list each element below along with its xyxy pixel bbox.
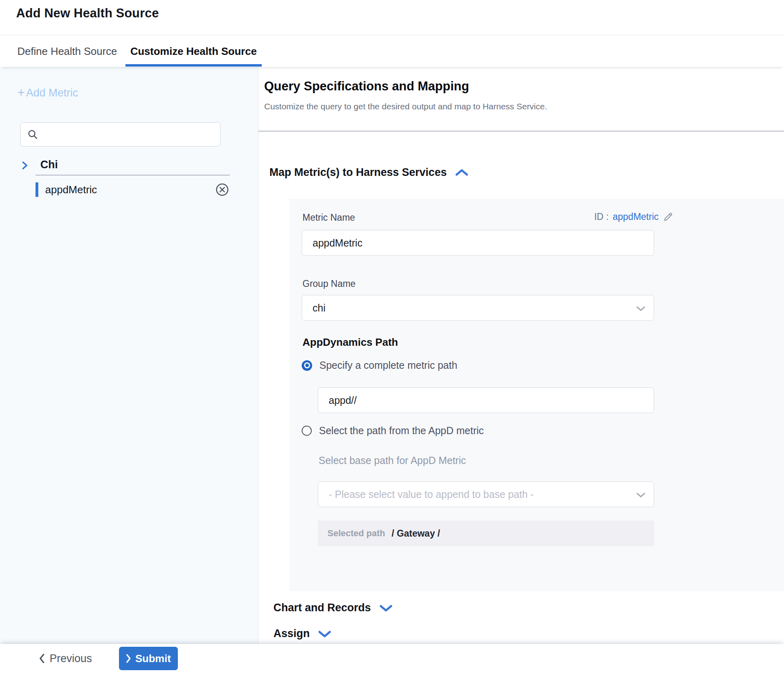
page-title: Query Specifications and Mapping xyxy=(264,79,469,94)
tab-bar: Define Health Source Customize Health So… xyxy=(0,36,784,67)
divider xyxy=(259,131,784,132)
selected-path-label: Selected path xyxy=(327,528,385,539)
id-prefix-label: ID : xyxy=(594,211,609,222)
metric-path-input[interactable] xyxy=(318,387,654,413)
remove-circle-icon xyxy=(215,182,229,197)
metric-group-row[interactable]: Chi xyxy=(0,158,258,173)
footer-bar: Previous Submit xyxy=(0,644,784,673)
chevron-down-icon xyxy=(379,604,393,612)
tab-define-health-source[interactable]: Define Health Source xyxy=(13,36,122,67)
chevron-right-icon xyxy=(21,161,28,170)
base-path-select[interactable]: - Please select value to append to base … xyxy=(318,481,654,507)
chevron-up-icon xyxy=(455,169,469,177)
previous-button-label: Previous xyxy=(50,652,92,665)
previous-button[interactable]: Previous xyxy=(39,649,92,668)
radio-selected-icon xyxy=(302,360,312,371)
assign-title: Assign xyxy=(273,627,310,640)
pencil-icon xyxy=(663,211,673,222)
radio-select-appd-path-label: Select the path from the AppD metric xyxy=(319,425,484,437)
map-metrics-form-panel: Metric Name ID : appdMetric Group Name c… xyxy=(290,199,784,591)
query-spec-panel: Query Specifications and Mapping Customi… xyxy=(259,67,784,644)
metric-search-box xyxy=(20,122,221,146)
metrics-sidebar: + Add Metric Chi appdMetric xyxy=(0,67,259,644)
metric-group-label: Chi xyxy=(40,159,58,171)
search-input[interactable] xyxy=(42,124,216,144)
add-metric-button[interactable]: + Add Metric xyxy=(17,86,78,99)
dialog-body: + Add Metric Chi appdMetric xyxy=(0,67,784,644)
base-path-placeholder: - Please select value to append to base … xyxy=(329,489,534,500)
chart-and-records-title: Chart and Records xyxy=(273,602,371,614)
base-path-label: Select base path for AppD Metric xyxy=(319,455,466,466)
metric-name-input[interactable] xyxy=(302,230,654,256)
chevron-left-icon xyxy=(39,653,45,664)
delete-metric-button[interactable] xyxy=(215,182,229,197)
map-metrics-section-title: Map Metric(s) to Harness Services xyxy=(269,166,447,179)
chevron-down-icon xyxy=(636,306,646,311)
selected-path-value: / Gateway / xyxy=(392,528,440,539)
tree-divider xyxy=(35,175,230,176)
radio-select-appd-path[interactable]: Select the path from the AppD metric xyxy=(302,425,484,437)
metric-id-block: ID : appdMetric xyxy=(594,211,673,222)
submit-button[interactable]: Submit xyxy=(119,647,178,670)
group-name-select[interactable]: chi xyxy=(302,295,654,321)
assign-section-header[interactable]: Assign xyxy=(273,627,332,640)
tab-customize-health-source[interactable]: Customize Health Source xyxy=(125,36,262,67)
submit-button-label: Submit xyxy=(135,652,171,665)
selected-indicator-bar xyxy=(35,182,38,197)
search-icon xyxy=(27,129,38,140)
chart-and-records-section-header[interactable]: Chart and Records xyxy=(273,602,393,614)
selected-path-bar: Selected path / Gateway / xyxy=(318,520,654,546)
radio-complete-metric-path-label: Specify a complete metric path xyxy=(319,359,457,371)
metric-list-item[interactable]: appdMetric xyxy=(0,182,258,197)
appdynamics-path-title: AppDynamics Path xyxy=(302,336,398,349)
chevron-down-icon xyxy=(636,492,646,498)
metric-item-label: appdMetric xyxy=(45,184,97,196)
radio-complete-metric-path[interactable]: Specify a complete metric path xyxy=(302,359,457,371)
add-metric-label: Add Metric xyxy=(26,87,78,99)
map-metrics-section-header[interactable]: Map Metric(s) to Harness Services xyxy=(269,166,469,179)
dialog-header: Add New Health Source xyxy=(0,0,784,35)
radio-unselected-icon xyxy=(302,426,312,436)
group-name-value: chi xyxy=(313,302,325,314)
chevron-right-icon xyxy=(126,654,131,663)
metric-name-label: Metric Name xyxy=(302,212,355,223)
dialog-title: Add New Health Source xyxy=(16,6,159,21)
plus-icon: + xyxy=(17,86,25,99)
chevron-down-icon xyxy=(318,630,332,638)
page-subtitle: Customize the query to get the desired o… xyxy=(264,102,547,111)
id-value-link[interactable]: appdMetric xyxy=(613,211,659,222)
group-name-label: Group Name xyxy=(302,278,356,289)
edit-id-button[interactable] xyxy=(663,211,673,222)
